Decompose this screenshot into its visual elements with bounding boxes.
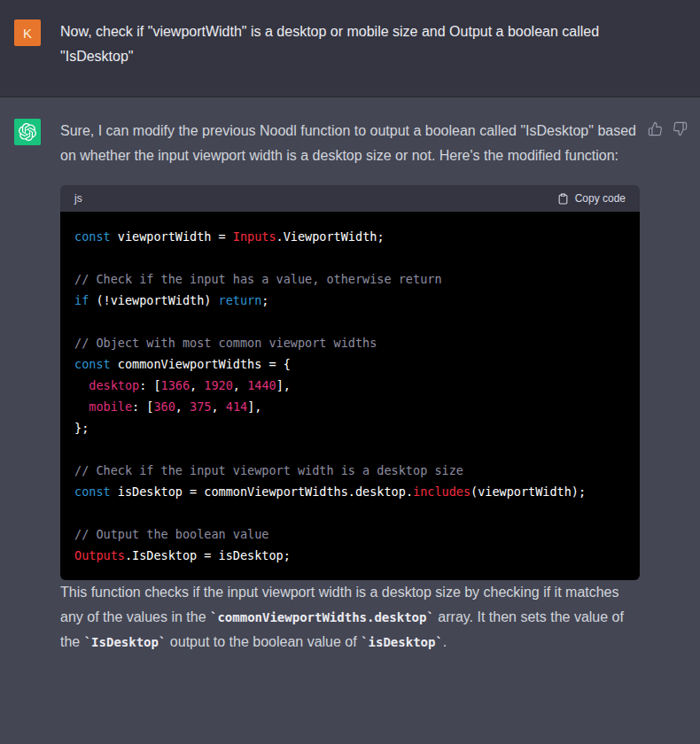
openai-logo-icon	[19, 123, 36, 141]
assistant-message-content: Sure, I can modify the previous Noodl fu…	[60, 119, 640, 655]
feedback-buttons	[648, 121, 688, 136]
assistant-outro-text: This function checks if the input viewpo…	[60, 580, 640, 655]
code-block-header: js Copy code	[60, 185, 640, 212]
copy-code-label: Copy code	[575, 192, 626, 205]
assistant-message: Sure, I can modify the previous Noodl fu…	[0, 97, 700, 744]
user-message-text: Now, check if "viewportWidth" is a deskt…	[60, 19, 640, 69]
thumbs-up-button[interactable]	[648, 121, 663, 136]
user-message-content: Now, check if "viewportWidth" is a deskt…	[60, 19, 640, 69]
clipboard-icon	[557, 192, 569, 205]
code-block: js Copy code const viewportWidth = Input…	[60, 185, 640, 580]
thumbs-up-icon	[648, 126, 663, 139]
user-avatar: K	[14, 19, 41, 46]
thumbs-down-icon	[673, 126, 688, 139]
assistant-avatar	[14, 119, 41, 145]
code-content: const viewportWidth = Inputs.ViewportWid…	[60, 212, 640, 580]
copy-code-button[interactable]: Copy code	[557, 192, 626, 205]
thumbs-down-button[interactable]	[673, 121, 688, 136]
user-message: K Now, check if "viewportWidth" is a des…	[0, 0, 700, 97]
chat-page: K Now, check if "viewportWidth" is a des…	[0, 0, 700, 744]
user-avatar-letter: K	[23, 27, 32, 40]
code-language-label: js	[74, 192, 82, 205]
assistant-intro-text: Sure, I can modify the previous Noodl fu…	[60, 119, 640, 168]
